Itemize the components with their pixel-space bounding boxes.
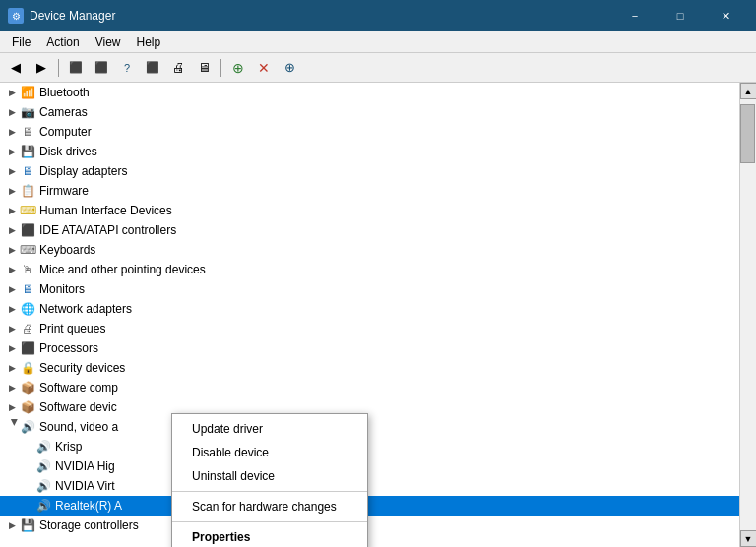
- tree-label-sound: Sound, video a: [39, 420, 118, 434]
- tree-item-hid[interactable]: ▶ ⌨ Human Interface Devices: [0, 201, 739, 220]
- menu-bar: File Action View Help: [0, 31, 756, 53]
- menu-view[interactable]: View: [88, 33, 129, 51]
- menu-action[interactable]: Action: [38, 33, 87, 51]
- tree-item-firmware[interactable]: ▶ 📋 Firmware: [0, 181, 739, 201]
- print-icon: 🖨: [20, 321, 35, 336]
- software-devic-icon: 📦: [20, 399, 35, 415]
- expand-arrow-computer[interactable]: ▶: [4, 124, 20, 140]
- help-button[interactable]: ?: [115, 57, 139, 79]
- close-button[interactable]: ✕: [703, 0, 748, 31]
- expand-arrow-software-devic[interactable]: ▶: [4, 399, 20, 415]
- tree-label-bluetooth: Bluetooth: [39, 86, 90, 99]
- tree-item-software-devic[interactable]: ▶ 📦 Software devic: [0, 397, 739, 417]
- tree-item-disk-drives[interactable]: ▶ 💾 Disk drives: [0, 142, 739, 161]
- computer-icon: 🖥: [20, 124, 35, 140]
- tree-label-print: Print queues: [39, 322, 105, 335]
- update-button[interactable]: ⬛: [90, 57, 113, 79]
- expand-arrow-storage[interactable]: ▶: [4, 517, 20, 533]
- network-icon: 🌐: [20, 301, 35, 317]
- expand-arrow-processors[interactable]: ▶: [4, 340, 20, 356]
- expand-arrow-mice[interactable]: ▶: [4, 262, 20, 277]
- context-update-driver[interactable]: Update driver: [172, 417, 367, 441]
- scrollbar[interactable]: ▲ ▼: [739, 83, 756, 547]
- scan-button[interactable]: ⬛: [141, 57, 164, 79]
- tree-item-keyboards[interactable]: ▶ ⌨ Keyboards: [0, 240, 739, 260]
- add-button[interactable]: ⊕: [226, 57, 250, 79]
- tree-item-network[interactable]: ▶ 🌐 Network adapters: [0, 299, 739, 319]
- remove-button[interactable]: ✕: [252, 57, 276, 79]
- context-uninstall-device[interactable]: Uninstall device: [172, 464, 367, 488]
- scroll-up-button[interactable]: ▲: [740, 83, 757, 99]
- tree-label-hid: Human Interface Devices: [39, 204, 172, 217]
- tree-item-software-comp[interactable]: ▶ 📦 Software comp: [0, 378, 739, 397]
- context-menu: Update driver Disable device Uninstall d…: [171, 413, 368, 547]
- expand-arrow-cameras[interactable]: ▶: [4, 104, 20, 120]
- tree-item-nvidia-hig[interactable]: 🔊 NVIDIA Hig: [0, 456, 739, 476]
- context-properties[interactable]: Properties: [172, 525, 367, 547]
- nvidia-hig-icon: 🔊: [35, 458, 51, 474]
- tree-label-disk-drives: Disk drives: [39, 145, 97, 158]
- expand-arrow-security[interactable]: ▶: [4, 360, 20, 376]
- expand-arrow-sound[interactable]: ▶: [4, 419, 20, 435]
- disk-drives-icon: 💾: [20, 144, 35, 159]
- maximize-button[interactable]: □: [658, 0, 703, 31]
- realtek-icon: 🔊: [35, 498, 51, 514]
- tree-item-computer[interactable]: ▶ 🖥 Computer: [0, 122, 739, 142]
- properties-button[interactable]: ⬛: [64, 57, 88, 79]
- toolbar-divider-1: [58, 59, 59, 77]
- tree-item-mice[interactable]: ▶ 🖱 Mice and other pointing devices: [0, 260, 739, 279]
- tree-item-krisp[interactable]: 🔊 Krisp: [0, 437, 739, 456]
- expand-arrow-firmware[interactable]: ▶: [4, 183, 20, 199]
- tree-label-processors: Processors: [39, 341, 98, 355]
- scrollbar-track[interactable]: [740, 99, 756, 530]
- forward-button[interactable]: ▶: [30, 57, 53, 79]
- tree-item-sound[interactable]: ▶ 🔊 Sound, video a: [0, 417, 739, 437]
- expand-arrow-display-adapters[interactable]: ▶: [4, 163, 20, 179]
- tree-item-bluetooth[interactable]: ▶ 📶 Bluetooth: [0, 83, 739, 102]
- expand-arrow-monitors[interactable]: ▶: [4, 281, 20, 297]
- context-disable-device[interactable]: Disable device: [172, 441, 367, 464]
- expand-arrow-disk-drives[interactable]: ▶: [4, 144, 20, 159]
- tree-item-ide[interactable]: ▶ ⬛ IDE ATA/ATAPI controllers: [0, 220, 739, 240]
- tree-item-cameras[interactable]: ▶ 📷 Cameras: [0, 102, 739, 122]
- scrollbar-thumb[interactable]: [740, 104, 755, 163]
- tree-item-realtek[interactable]: 🔊 Realtek(R) A: [0, 496, 739, 516]
- tree-item-monitors[interactable]: ▶ 🖥 Monitors: [0, 279, 739, 299]
- expand-arrow-ide[interactable]: ▶: [4, 222, 20, 238]
- scroll-down-button[interactable]: ▼: [740, 530, 757, 547]
- install-button[interactable]: ⊕: [278, 57, 301, 79]
- minimize-button[interactable]: −: [612, 0, 658, 31]
- tree-item-security[interactable]: ▶ 🔒 Security devices: [0, 358, 739, 378]
- view-button[interactable]: 🖥: [192, 57, 216, 79]
- title-bar-left: ⚙ Device Manager: [8, 8, 115, 24]
- expand-arrow-hid[interactable]: ▶: [4, 203, 20, 218]
- tree-label-mice: Mice and other pointing devices: [39, 263, 206, 276]
- tree-label-ide: IDE ATA/ATAPI controllers: [39, 223, 176, 237]
- back-button[interactable]: ◀: [4, 57, 28, 79]
- processors-icon: ⬛: [20, 340, 35, 356]
- expand-arrow-network[interactable]: ▶: [4, 301, 20, 317]
- title-bar: ⚙ Device Manager − □ ✕: [0, 0, 756, 31]
- sound-icon: 🔊: [20, 419, 35, 435]
- mice-icon: 🖱: [20, 262, 35, 277]
- tree-label-security: Security devices: [39, 361, 125, 375]
- tree-label-realtek: Realtek(R) A: [55, 499, 122, 513]
- tree-label-monitors: Monitors: [39, 282, 85, 296]
- menu-file[interactable]: File: [4, 33, 38, 51]
- tree-label-nvidia-hig: NVIDIA Hig: [55, 459, 115, 473]
- expand-arrow-print[interactable]: ▶: [4, 321, 20, 336]
- tree-item-nvidia-virt[interactable]: 🔊 NVIDIA Virt: [0, 476, 739, 496]
- expand-arrow-bluetooth[interactable]: ▶: [4, 85, 20, 100]
- tree-item-processors[interactable]: ▶ ⬛ Processors: [0, 338, 739, 358]
- tree-item-display-adapters[interactable]: ▶ 🖥 Display adapters: [0, 161, 739, 181]
- hid-icon: ⌨: [20, 203, 35, 218]
- context-scan-hardware[interactable]: Scan for hardware changes: [172, 495, 367, 518]
- expand-arrow-software-comp[interactable]: ▶: [4, 380, 20, 395]
- tree-label-nvidia-virt: NVIDIA Virt: [55, 479, 114, 493]
- expand-arrow-keyboards[interactable]: ▶: [4, 242, 20, 258]
- tree-panel[interactable]: ▶ 📶 Bluetooth ▶ 📷 Cameras ▶ 🖥 Computer ▶…: [0, 83, 739, 547]
- print-button[interactable]: 🖨: [166, 57, 190, 79]
- tree-item-print[interactable]: ▶ 🖨 Print queues: [0, 319, 739, 338]
- tree-item-storage[interactable]: ▶ 💾 Storage controllers: [0, 516, 739, 535]
- menu-help[interactable]: Help: [129, 33, 169, 51]
